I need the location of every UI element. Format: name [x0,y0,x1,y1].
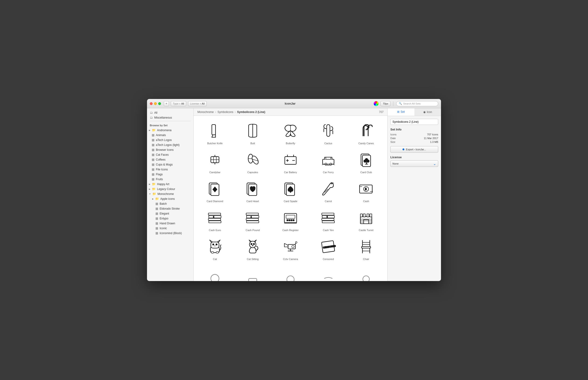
icon-cell-cash-pound[interactable]: £ Cash Pound [234,205,271,233]
close-button[interactable] [150,102,153,105]
butt-icon [243,121,262,140]
icon-cell-carrot[interactable]: Carrot [310,176,347,205]
icon-cell-butterfly[interactable]: Butterfly [272,119,309,147]
censored-label: Censored [323,258,334,261]
sidebar-item-label: Andromena [157,129,171,132]
icon-cell-card-diamond[interactable]: Card Diamond [197,176,233,205]
type-filter[interactable]: Type › All [171,101,186,106]
sidebar-item-misc[interactable]: 🗂 Miscellaneous [147,115,193,120]
sidebar-item-label: Coffees [156,158,165,161]
license-filter[interactable]: License › All [188,101,207,106]
license-select[interactable]: None ⌄ [390,160,438,167]
breadcrumb-sep1: › [215,110,216,114]
censored-icon: CENSORED [319,237,338,256]
icon-cell-card-heart[interactable]: Card Heart [234,176,271,205]
tab-icon[interactable]: ◉ Icon [414,108,441,116]
sidebar-item-andromena[interactable]: ▶ 📁 Andromena [147,128,193,133]
icon-cell-cctv-camera[interactable]: Cctv Camera [272,234,309,262]
sidebar-item-fruits[interactable]: ▦ Fruits [147,177,193,182]
capsules-icon [243,150,262,169]
sidebar-item-batch[interactable]: ▦ Batch [147,201,193,206]
sidebar-item-iconsmind[interactable]: ▦ Iconsmind (Block) [147,231,193,235]
sidebar-item-atech[interactable]: ▦ aTech Logos [147,137,193,142]
icon-cell-chair[interactable]: Chair [348,234,385,262]
add-button[interactable]: + [164,101,169,106]
icon-cell-cash[interactable]: $ Cash [348,176,385,205]
sidebar-item-handdrawn[interactable]: ▦ Hand Drawn [147,221,193,226]
icon-cell-cash-register[interactable]: Cash Register [272,205,309,233]
set-icon: ▦ [152,138,154,142]
icon-cell-censored[interactable]: CENSORED Censored [310,234,347,262]
icon-cell-cat-sitting[interactable]: Cat Sitting [234,234,271,262]
color-wheel-button[interactable] [374,101,379,106]
icon-cell-cash-euro[interactable]: € Cash Euro [197,205,233,233]
sidebar-item-appleicons[interactable]: ▶ 📁 Apple icons [147,196,193,201]
icon-cell-car-battery[interactable]: Car Battery [272,148,309,175]
folder-icon: 📁 [152,182,156,186]
sidebar-item-all[interactable]: 🗂 All [147,110,193,115]
sidebar-item-flags[interactable]: ▦ Flags [147,172,193,177]
icon-cell-card-spade[interactable]: Card Spade [272,176,309,205]
butcher-knife-label: Butcher Knife [207,142,223,145]
export-button[interactable]: Export › IconJar... [390,146,438,153]
icon-cell-butt[interactable]: Butt [234,119,271,147]
sidebar-item-label: Happy Art [157,183,169,186]
sidebar-item-coffees[interactable]: ▦ Coffees [147,157,193,162]
svg-rect-77 [363,214,365,217]
icon-count: 707 [379,110,384,114]
icons-grid: Butcher Knife Butt [194,116,387,281]
icon-cell-partial4[interactable] [310,263,347,281]
butt-label: Butt [250,142,255,145]
icon-cell-candy-canes[interactable]: Candy Canes [348,119,385,147]
minimize-button[interactable] [154,102,157,105]
sidebar-item-entypo[interactable]: ▦ Entypo [147,216,193,221]
icon-cell-cash-yen[interactable]: ¥ Cash Yen [310,205,347,233]
sidebar-item-legacy[interactable]: ▶ 📁 Legacy Colour [147,187,193,191]
sidebar-item-happyart[interactable]: ▶ 📁 Happy Art [147,182,193,187]
svg-rect-53 [209,215,221,218]
set-name-input[interactable] [390,119,438,125]
sidebar-item-elegant[interactable]: ▦ Elegant [147,211,193,216]
svg-rect-52 [208,213,221,215]
cat-sitting-icon [243,237,262,256]
castle-turret-label: Castle Turret [359,229,374,231]
sidebar-item-eldorado[interactable]: ▦ Eldorado Stroke [147,206,193,211]
sidebar-item-atech-light[interactable]: ▦ aTech Logos (light) [147,142,193,147]
breadcrumb-symbolicons[interactable]: Symbolicons [218,110,233,114]
sidebar-item-animals[interactable]: ▦ Animals [147,133,193,137]
sidebar-item-browser[interactable]: ▦ Browser Icons [147,147,193,152]
icon-cell-castle-turret[interactable]: Castle Turret [348,205,385,233]
icon-cell-partial3[interactable] [272,263,309,281]
search-bar[interactable]: 🔍 Search All Sets [396,101,438,106]
sidebar-item-iconic[interactable]: ▦ Iconic [147,226,193,231]
sidebar-item-catfaces[interactable]: ▦ Cat Faces [147,152,193,157]
maximize-button[interactable] [158,102,161,105]
breadcrumb-current: Symbolicons 2 (Line) [237,110,265,114]
sidebar-item-monochrome[interactable]: ▼ 📁 Monochrome [147,191,193,196]
card-spade-label: Card Spade [284,200,297,203]
sidebar-item-label: Apple icons [160,197,175,201]
sidebar-item-fileicons[interactable]: ▦ File Icons [147,167,193,172]
svg-rect-64 [287,220,288,221]
cat-sitting-label: Cat Sitting [247,258,259,261]
icon-cell-cat[interactable]: Cat [197,234,233,262]
cash-icon: $ [357,179,375,198]
arrow-down-icon: ▼ [149,193,151,195]
icon-cell-car-ferry[interactable]: Car Ferry [310,148,347,175]
icon-cell-butcher-knife[interactable]: Butcher Knife [197,119,233,147]
car-battery-label: Car Battery [284,171,297,174]
sidebar-item-cups[interactable]: ▦ Cups & Mugs [147,162,193,167]
tab-set[interactable]: ⊞ Set [387,108,414,116]
icon-cell-partial1[interactable] [197,263,233,281]
chevron-down-icon: ⌄ [433,162,436,166]
icon-cell-partial5[interactable] [348,263,385,281]
px-display[interactable]: 70px [381,101,390,106]
breadcrumb-monochrome[interactable]: Monochrome [197,110,214,114]
svg-rect-65 [289,220,290,221]
icon-cell-capsules[interactable]: Capsules [234,148,271,175]
set-icon: ▦ [155,227,158,230]
icon-cell-candybar[interactable]: Candybar [197,148,233,175]
icon-cell-partial2[interactable] [234,263,271,281]
icon-cell-cactus[interactable]: Cactus [310,119,347,147]
icon-cell-card-club[interactable]: Card Club [348,148,385,175]
